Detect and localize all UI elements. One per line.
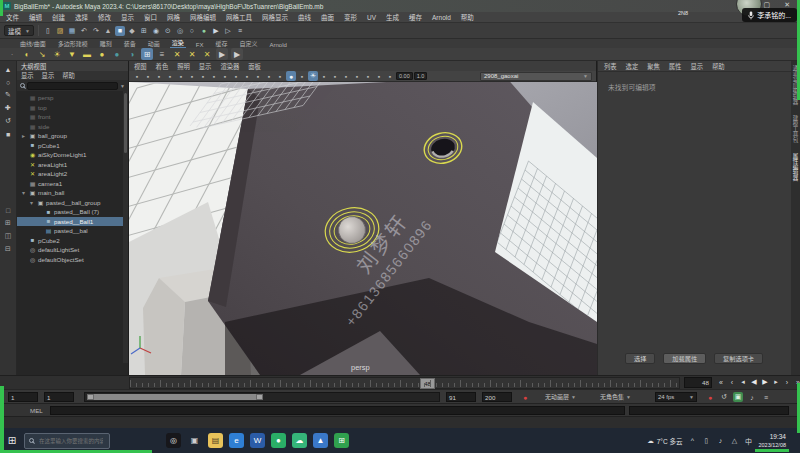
field-chart-icon[interactable]: ▪ xyxy=(242,71,252,81)
camera-selector-dropdown[interactable]: 2908_gaoxai ▼ xyxy=(480,72,592,81)
shelf-tab[interactable]: 缓存 xyxy=(213,39,229,48)
menu-item[interactable]: 修改 xyxy=(98,12,111,22)
expander-icon[interactable]: ▾ xyxy=(20,189,27,196)
xray-mode-icon[interactable]: ▪ xyxy=(385,71,395,81)
attribute-editor-menu-item[interactable]: 选定 xyxy=(626,62,639,71)
attribute-editor-button[interactable]: 复制选项卡 xyxy=(714,353,763,364)
command-language-toggle[interactable]: MEL xyxy=(30,407,50,414)
persp-outliner-layout-icon[interactable]: ◫ xyxy=(3,231,13,241)
render-settings-shelf-icon[interactable]: ≡ xyxy=(156,48,168,60)
ambient-occlusion-icon[interactable]: ▪ xyxy=(330,71,340,81)
ipr-render-icon[interactable]: ▷ xyxy=(223,26,233,36)
motion-blur-icon[interactable]: ▪ xyxy=(341,71,351,81)
menu-item[interactable]: 网格工具 xyxy=(226,12,252,22)
range-handle-left[interactable] xyxy=(87,394,94,400)
resolution-gate-icon[interactable]: ▪ xyxy=(220,71,230,81)
shelf-tab[interactable]: 装备 xyxy=(122,39,138,48)
snap-point-icon[interactable]: ⊙ xyxy=(163,26,173,36)
shelf-tab[interactable]: 多边形建模 xyxy=(56,39,90,48)
outliner-item[interactable]: ▾▣main_ball xyxy=(17,188,128,198)
meeting-speaker-pill[interactable]: 李承铭的... xyxy=(742,8,797,22)
lock-camera-icon[interactable]: ▪ xyxy=(143,71,153,81)
outliner-item[interactable]: ■pCube1 xyxy=(17,141,128,151)
paint-select-tool-icon[interactable]: ✎ xyxy=(3,90,13,100)
shelf-tab[interactable]: 渲染 xyxy=(170,38,186,48)
viewport-menu-item[interactable]: 面板 xyxy=(248,62,261,71)
menu-item[interactable]: 帮助 xyxy=(461,12,474,22)
attribute-editor-menu-item[interactable]: 列表 xyxy=(604,62,617,71)
menu-item[interactable]: 显示 xyxy=(121,12,134,22)
step-back-key-icon[interactable]: ◂ xyxy=(738,377,748,387)
bookmark-icon[interactable]: ▪ xyxy=(154,71,164,81)
expander-icon[interactable]: ▾ xyxy=(28,199,35,206)
menu-item[interactable]: 网格 xyxy=(167,12,180,22)
outliner-item[interactable]: ▦top xyxy=(17,103,128,113)
outliner-menu-item[interactable]: 帮助 xyxy=(62,71,75,80)
make-live-icon[interactable]: ● xyxy=(199,26,209,36)
point-light-icon[interactable]: ☀ xyxy=(51,48,63,60)
time-slider-track[interactable]: 48 xyxy=(129,377,680,389)
new-scene-icon[interactable]: ▯ xyxy=(43,26,53,36)
select-component-icon[interactable]: ◆ xyxy=(127,26,137,36)
spot-light-icon[interactable]: ▼ xyxy=(66,48,78,60)
hypershade-icon[interactable]: ⊞ xyxy=(141,48,153,60)
multisample-aa-icon[interactable]: ▪ xyxy=(352,71,362,81)
shelf-tab[interactable]: 雕刻 xyxy=(98,39,114,48)
rotate-tool-icon[interactable]: ↺ xyxy=(3,116,13,126)
grease-pencil-icon[interactable]: ▪ xyxy=(187,71,197,81)
shaded-mode-icon[interactable]: ● xyxy=(286,71,296,81)
auto-keyframe-icon[interactable]: ● xyxy=(520,392,530,402)
viewport-menu-item[interactable]: 视图 xyxy=(134,62,147,71)
open-scene-icon[interactable]: ▨ xyxy=(55,26,65,36)
volume-icon[interactable]: ♪ xyxy=(715,436,725,446)
snap-grid-icon[interactable]: ⊞ xyxy=(139,26,149,36)
shelf-tab[interactable]: 动画 xyxy=(146,39,162,48)
command-input[interactable] xyxy=(50,406,625,415)
snap-curve-icon[interactable]: ◉ xyxy=(151,26,161,36)
clip-editor-icon[interactable]: ▣ xyxy=(733,392,743,402)
netdisk-icon[interactable]: ☁ xyxy=(292,433,307,448)
outliner-item[interactable]: ✕areaLight1 xyxy=(17,160,128,170)
outliner-item[interactable]: ◎defaultLightSet xyxy=(17,245,128,255)
use-all-lights-icon[interactable]: ☀ xyxy=(308,71,318,81)
chevron-down-icon[interactable]: ▼ xyxy=(120,83,125,89)
range-slider-bar[interactable] xyxy=(87,394,263,400)
menu-item[interactable]: 窗口 xyxy=(144,12,157,22)
light-editor-icon[interactable]: ✕ xyxy=(171,48,183,60)
move-tool-icon[interactable]: ✚ xyxy=(3,103,13,113)
edge-browser-icon[interactable]: e xyxy=(229,433,244,448)
menu-set-dropdown[interactable]: 建模 ▼ xyxy=(4,25,34,36)
outliner-item[interactable]: ■pasted__Ball1 xyxy=(17,217,128,227)
file-explorer-icon[interactable]: ▤ xyxy=(208,433,223,448)
ambient-light-icon[interactable]: ◐ xyxy=(21,48,33,60)
2d-pan-zoom-icon[interactable]: ▪ xyxy=(176,71,186,81)
outliner-item[interactable]: ▦camera1 xyxy=(17,179,128,189)
battery-icon[interactable]: ▯ xyxy=(701,436,711,446)
hypershade-layout-icon[interactable]: ⊟ xyxy=(3,244,13,254)
select-hierarchy-icon[interactable]: ▲ xyxy=(103,26,113,36)
outliner-item[interactable]: ▸▣ball_group xyxy=(17,131,128,141)
outliner-item[interactable]: ▦persp xyxy=(17,93,128,103)
anim-start-field[interactable]: 1 xyxy=(44,392,74,402)
textured-mode-icon[interactable]: ▪ xyxy=(297,71,307,81)
mute-icon[interactable]: ♪ xyxy=(747,392,757,402)
shelf-tab[interactable]: 自定义 xyxy=(237,39,259,48)
sequence-render-icon[interactable]: ▶ xyxy=(231,48,243,60)
attribute-editor-menu-item[interactable]: 属性 xyxy=(669,62,682,71)
attribute-editor-button[interactable]: 加载属性 xyxy=(663,353,706,364)
outliner-menu-item[interactable]: 显示 xyxy=(21,71,34,80)
menu-item[interactable]: 变形 xyxy=(344,12,357,22)
render-settings-icon[interactable]: ≡ xyxy=(235,26,245,36)
menu-item[interactable]: 曲面 xyxy=(321,12,334,22)
outliner-item[interactable]: ✕areaLight2 xyxy=(17,169,128,179)
menu-item[interactable]: Arnold xyxy=(432,14,451,21)
redo-icon[interactable]: ↷ xyxy=(91,26,101,36)
depth-of-field-icon[interactable]: ▪ xyxy=(363,71,373,81)
outliner-item[interactable]: ▤pasted__bal xyxy=(17,226,128,236)
outliner-menu-item[interactable]: 显示 xyxy=(42,71,55,80)
viewport-menu-item[interactable]: 着色 xyxy=(156,62,169,71)
four-pane-layout-icon[interactable]: ⊞ xyxy=(3,218,13,228)
viewport-menu-item[interactable]: 显示 xyxy=(199,62,212,71)
go-to-start-icon[interactable]: « xyxy=(716,377,726,387)
single-pane-layout-icon[interactable]: □ xyxy=(3,205,13,215)
